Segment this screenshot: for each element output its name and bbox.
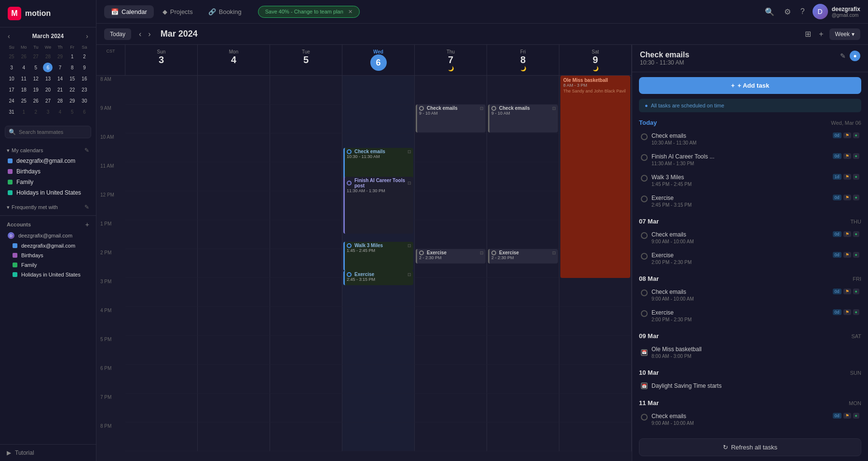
- grid-view-icon[interactable]: ⊞: [803, 27, 813, 40]
- cell-wed-8am[interactable]: [342, 76, 415, 105]
- calendar-event-item[interactable]: 📅 Ole Miss basketball 8:00 AM - 3:00 PM: [637, 342, 863, 362]
- cell-sat-5pm[interactable]: [559, 336, 632, 365]
- mini-cal-today[interactable]: 6: [43, 63, 53, 72]
- cell-thu-5pm[interactable]: [415, 336, 487, 365]
- cell-tue-11am[interactable]: [270, 162, 342, 191]
- cell-tue-4pm[interactable]: [270, 307, 342, 336]
- cell-thu-4pm[interactable]: [415, 307, 487, 336]
- cell-wed-7pm[interactable]: [342, 394, 415, 422]
- cell-sun-12pm[interactable]: [125, 191, 198, 220]
- thu-exercise-event[interactable]: Exercise ⊡ 2 - 2:30 PM: [416, 249, 486, 263]
- refresh-tasks-button[interactable]: ↻ Refresh all tasks: [639, 438, 861, 456]
- cell-fri-5pm[interactable]: [487, 336, 559, 365]
- cell-mon-8pm[interactable]: [198, 422, 270, 451]
- cell-fri-1pm[interactable]: [487, 220, 559, 249]
- cell-tue-6pm[interactable]: [270, 365, 342, 394]
- task-item[interactable]: Walk 3 Miles 1:45 PM - 2:45 PM 1d ⚑ ●: [637, 171, 863, 190]
- tab-calendar[interactable]: 📅 Calendar: [104, 5, 154, 18]
- cell-mon-5pm[interactable]: [198, 336, 270, 365]
- today-button[interactable]: Today: [104, 28, 131, 40]
- cell-thu-2pm[interactable]: Exercise ⊡ 2 - 2:30 PM: [415, 249, 487, 278]
- wed-exercise-event[interactable]: Exercise ⊡ 2:45 - 3:15 PM: [343, 271, 413, 285]
- cell-thu-6pm[interactable]: [415, 365, 487, 394]
- cell-sun-9am[interactable]: [125, 105, 198, 133]
- thu-check-email-event[interactable]: Check emails ⊡ 9 - 10 AM: [416, 105, 486, 132]
- task-item[interactable]: Check emails 10:30 AM - 11:30 AM 0d ⚑ ●: [637, 129, 863, 149]
- task-item[interactable]: Check emails 9:00 AM - 10:00 AM 0d ⚑ ●: [637, 285, 863, 305]
- frequently-met-header[interactable]: ▾ Frequently met with ✎: [5, 202, 91, 212]
- cell-tue-8pm[interactable]: [270, 422, 342, 451]
- cell-wed-5pm[interactable]: [342, 336, 415, 365]
- task-item[interactable]: Exercise 2:00 PM - 2:30 PM 0d ⚑ ●: [637, 249, 863, 268]
- cell-mon-12pm[interactable]: [198, 191, 270, 220]
- cell-thu-8am[interactable]: [415, 76, 487, 105]
- tutorial-bar[interactable]: ▶ Tutorial: [0, 444, 96, 461]
- cell-wed-9am[interactable]: [342, 105, 415, 133]
- cell-sun-5pm[interactable]: [125, 336, 198, 365]
- help-button[interactable]: ?: [799, 5, 807, 18]
- cell-mon-8am[interactable]: [198, 76, 270, 105]
- sidebar-item-gmail[interactable]: deezgrafix@gmail.com: [5, 156, 91, 166]
- add-account-icon[interactable]: +: [85, 221, 89, 228]
- cell-mon-11am[interactable]: [198, 162, 270, 191]
- cell-sat-8pm[interactable]: [559, 422, 632, 451]
- task-item[interactable]: Exercise 2:45 PM - 3:15 PM 0d ⚑ ●: [637, 191, 863, 211]
- cell-fri-3pm[interactable]: [487, 278, 559, 307]
- edit-icon[interactable]: ✎: [84, 147, 89, 154]
- task-item[interactable]: Exercise 2:00 PM - 2:30 PM 0d ⚑ ●: [637, 306, 863, 326]
- cell-fri-11am[interactable]: [487, 162, 559, 191]
- mini-cal-next[interactable]: ›: [84, 32, 90, 40]
- cell-tue-9am[interactable]: [270, 105, 342, 133]
- cell-sun-7pm[interactable]: [125, 394, 198, 422]
- wed-finish-ai-event[interactable]: Finish AI Career Tools post ⊡ 11:30 AM -…: [343, 177, 413, 234]
- cell-wed-8pm[interactable]: [342, 422, 415, 451]
- app-logo[interactable]: M motion: [0, 0, 96, 27]
- cell-thu-9am[interactable]: Check emails ⊡ 9 - 10 AM: [415, 105, 487, 133]
- cell-fri-8am[interactable]: [487, 76, 559, 105]
- cell-sun-2pm[interactable]: [125, 249, 198, 278]
- cell-tue-3pm[interactable]: [270, 278, 342, 307]
- cell-tue-2pm[interactable]: [270, 249, 342, 278]
- cell-tue-7pm[interactable]: [270, 394, 342, 422]
- cell-mon-4pm[interactable]: [198, 307, 270, 336]
- sidebar-item-holidays[interactable]: Holidays in United States: [5, 187, 91, 198]
- cell-fri-6pm[interactable]: [487, 365, 559, 394]
- cell-tue-5pm[interactable]: [270, 336, 342, 365]
- cell-sun-4pm[interactable]: [125, 307, 198, 336]
- cell-mon-7pm[interactable]: [198, 394, 270, 422]
- add-task-button[interactable]: + + Add task: [639, 77, 861, 94]
- cell-wed-10am[interactable]: Check emails ⊡ 10:30 - 11:30 AM: [342, 133, 415, 162]
- cell-mon-1pm[interactable]: [198, 220, 270, 249]
- cell-fri-12pm[interactable]: [487, 191, 559, 220]
- cell-sat-4pm[interactable]: [559, 307, 632, 336]
- cell-sun-6pm[interactable]: [125, 365, 198, 394]
- prev-week-button[interactable]: ‹: [136, 29, 144, 40]
- cell-thu-3pm[interactable]: [415, 278, 487, 307]
- cell-sat-3pm[interactable]: [559, 278, 632, 307]
- cell-thu-10am[interactable]: [415, 133, 487, 162]
- cell-thu-7pm[interactable]: [415, 394, 487, 422]
- account-sub-item-birthdays[interactable]: Birthdays: [10, 250, 91, 260]
- cell-mon-2pm[interactable]: [198, 249, 270, 278]
- cell-tue-10am[interactable]: [270, 133, 342, 162]
- ole-miss-event[interactable]: Ole Miss basketball 8 AM - 3 PM The Sand…: [560, 76, 630, 278]
- cell-fri-2pm[interactable]: Exercise ⊡ 2 - 2:30 PM: [487, 249, 559, 278]
- cell-wed-4pm[interactable]: [342, 307, 415, 336]
- promo-close-icon[interactable]: ✕: [348, 9, 353, 15]
- task-item[interactable]: Check emails 9:00 AM - 10:00 AM 0d ⚑ ●: [637, 409, 863, 429]
- cell-mon-3pm[interactable]: [198, 278, 270, 307]
- cell-thu-12pm[interactable]: [415, 191, 487, 220]
- cell-mon-10am[interactable]: [198, 133, 270, 162]
- cell-fri-9am[interactable]: Check emails ⊡ 9 - 10 AM: [487, 105, 559, 133]
- cell-sat-7pm[interactable]: [559, 394, 632, 422]
- cell-fri-8pm[interactable]: [487, 422, 559, 451]
- edit-icon[interactable]: ✎: [84, 204, 89, 211]
- fri-exercise-event[interactable]: Exercise ⊡ 2 - 2:30 PM: [488, 249, 558, 263]
- cell-fri-7pm[interactable]: [487, 394, 559, 422]
- task-item[interactable]: Check emails 9:00 AM - 10:00 AM 0d ⚑ ●: [637, 228, 863, 248]
- cell-tue-1pm[interactable]: [270, 220, 342, 249]
- cell-sun-1pm[interactable]: [125, 220, 198, 249]
- cell-mon-9am[interactable]: [198, 105, 270, 133]
- account-sub-item-holidays[interactable]: Holidays in United States: [10, 270, 91, 279]
- user-info[interactable]: D deezgrafix @gmail.com: [813, 4, 860, 19]
